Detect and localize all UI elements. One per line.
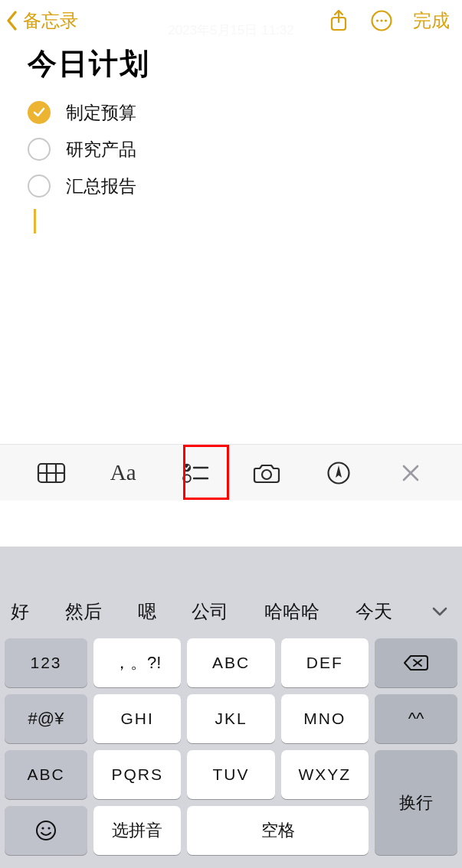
key-emoji[interactable] bbox=[5, 806, 87, 855]
table-button[interactable] bbox=[34, 455, 69, 491]
camera-button[interactable] bbox=[249, 455, 284, 491]
svg-point-12 bbox=[183, 475, 191, 482]
key-latin[interactable]: ABC bbox=[5, 750, 87, 799]
format-toolbar: Aa bbox=[0, 444, 462, 501]
key-return[interactable]: 换行 bbox=[375, 750, 457, 855]
checkbox-empty-icon[interactable] bbox=[28, 175, 51, 197]
prediction-candidate[interactable]: 好 bbox=[11, 599, 29, 624]
prediction-bar: 好 然后 嗯 公司 哈哈哈 今天 bbox=[0, 589, 462, 634]
close-icon bbox=[401, 463, 421, 483]
note-title[interactable]: 今日计划 bbox=[28, 44, 434, 83]
camera-icon bbox=[252, 462, 281, 485]
key-emoticon[interactable]: ^^ bbox=[375, 694, 457, 743]
key-wxyz[interactable]: WXYZ bbox=[281, 750, 369, 799]
checklist-text[interactable]: 研究产品 bbox=[66, 138, 136, 162]
table-icon bbox=[37, 462, 66, 485]
note-timestamp: 2023年5月15日 11:32 bbox=[0, 21, 462, 37]
markup-icon bbox=[326, 461, 351, 485]
note-body[interactable]: 今日计划 制定预算 研究产品 汇总报告 bbox=[0, 37, 462, 233]
text-cursor bbox=[34, 209, 36, 233]
key-ghi[interactable]: GHI bbox=[93, 694, 181, 743]
key-def[interactable]: DEF bbox=[281, 638, 369, 687]
prediction-candidate[interactable]: 公司 bbox=[192, 599, 228, 624]
key-tuv[interactable]: TUV bbox=[187, 750, 274, 799]
checklist-icon bbox=[182, 462, 209, 485]
svg-point-20 bbox=[37, 821, 55, 840]
prediction-candidate[interactable]: 今天 bbox=[356, 599, 392, 624]
key-mno[interactable]: MNO bbox=[281, 694, 369, 743]
expand-candidates-button[interactable] bbox=[428, 600, 451, 623]
key-space[interactable]: 空格 bbox=[187, 806, 369, 855]
key-jkl[interactable]: JKL bbox=[187, 694, 274, 743]
prediction-candidate[interactable]: 哈哈哈 bbox=[264, 599, 319, 624]
key-abc[interactable]: ABC bbox=[187, 638, 274, 687]
svg-point-22 bbox=[48, 827, 50, 829]
svg-point-14 bbox=[262, 470, 271, 479]
checkbox-checked-icon[interactable] bbox=[28, 101, 51, 124]
checkbox-empty-icon[interactable] bbox=[28, 138, 51, 161]
markup-button[interactable] bbox=[321, 455, 356, 491]
key-select-pinyin[interactable]: 选拼音 bbox=[93, 806, 181, 855]
text-format-button[interactable]: Aa bbox=[106, 455, 141, 491]
checklist-text[interactable]: 制定预算 bbox=[66, 101, 136, 125]
key-symbols[interactable]: #@¥ bbox=[5, 694, 87, 743]
key-punct[interactable]: ，。?! bbox=[93, 638, 181, 687]
prediction-candidate[interactable]: 嗯 bbox=[138, 599, 156, 624]
prediction-candidate[interactable]: 然后 bbox=[65, 599, 102, 624]
checklist-item[interactable]: 制定预算 bbox=[28, 94, 434, 131]
key-pqrs[interactable]: PQRS bbox=[93, 750, 181, 799]
checklist-item[interactable]: 研究产品 bbox=[28, 131, 434, 168]
chevron-down-icon bbox=[431, 606, 448, 617]
checklist-button[interactable] bbox=[178, 455, 213, 491]
checklist-item[interactable]: 汇总报告 bbox=[28, 168, 434, 204]
close-toolbar-button[interactable] bbox=[393, 455, 428, 491]
backspace-icon bbox=[403, 654, 429, 672]
key-backspace[interactable] bbox=[375, 638, 457, 687]
checklist-text[interactable]: 汇总报告 bbox=[66, 175, 136, 198]
keyboard: 好 然后 嗯 公司 哈哈哈 今天 123 ，。?! ABC DEF #@¥ G bbox=[0, 547, 462, 868]
svg-point-21 bbox=[41, 827, 44, 829]
emoji-icon bbox=[34, 819, 57, 842]
key-123[interactable]: 123 bbox=[5, 638, 87, 687]
